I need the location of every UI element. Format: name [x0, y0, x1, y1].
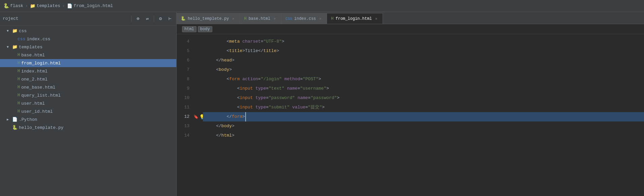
line-num-14: 14 [177, 131, 193, 140]
tab-bar: 🐍 hello_templete.py ✕ H base.html ✕ CSS … [177, 12, 644, 24]
line-num-9: 9 [177, 84, 193, 93]
tab-index-css-label: index.css [294, 16, 316, 21]
gutter-5 [193, 46, 203, 56]
line-num-8: 8 [177, 75, 193, 84]
html-icon-one2: H [17, 77, 20, 82]
tab-hello-templete-py-label: hello_templete.py [188, 16, 229, 21]
user-id-html-label: user_id.html [21, 109, 53, 114]
flask-icon: 🐍 [3, 3, 9, 9]
toolbar-sep-1 [131, 16, 132, 22]
tab-from-login-html[interactable]: H from_login.html ✕ [327, 13, 383, 24]
arrow-templates [7, 45, 11, 49]
tab-base-html-label: base.html [249, 16, 271, 21]
tab-close-hello[interactable]: ✕ [231, 16, 236, 21]
gutter-14 [193, 131, 203, 140]
code-content[interactable]: <meta charset = "UTF-8" > <title > Title… [203, 34, 644, 196]
code-line-10: < input type = "password" name = "passwo… [203, 93, 644, 103]
line-num-13: 13 [177, 121, 193, 131]
from-login-html-label: from_login.html [21, 61, 61, 66]
code-line-7: < body > [203, 65, 644, 75]
code-line-11: < input type = "submit" value = "提交" > [203, 103, 644, 112]
html-tab-icon-base: H [244, 16, 246, 21]
project-label: roject [3, 16, 129, 21]
toolbar-sep-2 [154, 16, 154, 22]
sidebar-item-templates-folder[interactable]: 📁 templates [0, 43, 176, 51]
sidebar: roject ⊕ ⇌ ⚙ ⊢ 📁 css css index.css [0, 12, 177, 196]
editor-area: 🐍 hello_templete.py ✕ H base.html ✕ CSS … [177, 12, 644, 196]
templates-folder-icon: 📁 [30, 3, 35, 9]
sidebar-item-from-login-html[interactable]: H from_login.html [0, 59, 176, 67]
code-editor[interactable]: 4 5 6 7 8 9 10 11 12 13 14 [177, 34, 644, 196]
code-line-8: < form action = "/login" method = "POST"… [203, 75, 644, 84]
tab-close-from-login[interactable]: ✕ [374, 16, 379, 21]
editor-breadcrumb: html body [177, 24, 644, 34]
breadcrumb-templates-label: templates [37, 3, 60, 8]
sidebar-item-index-css[interactable]: css index.css [0, 35, 176, 43]
gutter-12: 🔖 💡 [193, 112, 203, 121]
html-icon-base: H [17, 53, 20, 57]
arrow-python [7, 117, 11, 121]
title-bar: 🐍 flask › 📁 templates › 📄 from_login.htm… [0, 0, 644, 12]
line-num-5: 5 [177, 46, 193, 56]
toolbar-globe-icon[interactable]: ⊕ [134, 15, 142, 22]
breadcrumb-sep-2: › [62, 3, 65, 8]
templates-folder-label: templates [19, 45, 42, 50]
line-num-6: 6 [177, 56, 193, 65]
one2-html-label: one_2.html [21, 77, 47, 82]
user-html-label: user.html [21, 101, 45, 106]
index-css-label: index.css [27, 37, 50, 42]
breadcrumb-tag-html[interactable]: html [182, 26, 196, 32]
toolbar-settings-icon[interactable]: ⚙ [157, 15, 164, 22]
html-icon-user: H [17, 101, 20, 106]
sidebar-item-base-html[interactable]: H base.html [0, 51, 176, 59]
toolbar-collapse-icon[interactable]: ⊢ [166, 15, 174, 22]
tab-hello-templete-py[interactable]: 🐍 hello_templete.py ✕ [177, 13, 240, 24]
sidebar-item-one2-html[interactable]: H one_2.html [0, 75, 176, 83]
gutter-9 [193, 84, 203, 93]
tab-base-html[interactable]: H base.html ✕ [240, 13, 281, 24]
gutter-10 [193, 93, 203, 103]
css-file-icon: css [17, 37, 25, 42]
sidebar-toolbar: roject ⊕ ⇌ ⚙ ⊢ [0, 12, 176, 26]
html-tab-icon-from-login: H [331, 16, 333, 21]
html-icon-index: H [17, 69, 20, 74]
breadcrumb-sep-1: › [25, 3, 28, 8]
one-base-html-label: one_base.html [21, 85, 55, 90]
hello-template-py-label: hello_template.py [19, 125, 64, 130]
line-numbers: 4 5 6 7 8 9 10 11 12 13 14 [177, 34, 193, 196]
gutter-7 [193, 65, 203, 75]
sidebar-item-user-id-html[interactable]: H user_id.html [0, 107, 176, 115]
css-tab-icon: CSS [285, 17, 292, 21]
line-num-4: 4 [177, 37, 193, 46]
line-num-10: 10 [177, 93, 193, 103]
tab-close-base[interactable]: ✕ [272, 16, 277, 21]
arrow-css [7, 29, 11, 33]
sidebar-item-python-folder[interactable]: 📄 .Python [0, 115, 176, 124]
tab-index-css[interactable]: CSS index.css ✕ [281, 13, 327, 24]
sidebar-item-css-folder[interactable]: 📁 css [0, 27, 176, 35]
gutter-11 [193, 103, 203, 112]
index-html-label: index.html [21, 69, 47, 74]
breadcrumb-tag-body[interactable]: body [198, 26, 212, 32]
sidebar-item-index-html[interactable]: H index.html [0, 67, 176, 75]
line-num-11: 11 [177, 103, 193, 112]
html-file-icon: 📄 [67, 3, 72, 9]
html-icon-user-id: H [17, 109, 20, 114]
html-icon-one-base: H [17, 85, 20, 90]
code-line-14: </ html > [203, 131, 644, 140]
sidebar-item-user-html[interactable]: H user.html [0, 99, 176, 107]
python-folder-icon: 📄 [12, 117, 17, 122]
py-icon: 🐍 [12, 125, 17, 130]
sidebar-item-hello-template-py[interactable]: 🐍 hello_template.py [0, 124, 176, 132]
sidebar-item-query-list-html[interactable]: H query_list.html [0, 91, 176, 99]
cursor [245, 112, 249, 121]
toolbar-split-icon[interactable]: ⇌ [144, 15, 151, 22]
code-line-5: <title > Title </ title > [203, 46, 644, 56]
gutter-8 [193, 75, 203, 84]
python-folder-label: .Python [19, 117, 37, 122]
base-html-label: base.html [21, 53, 45, 58]
gutter-13 [193, 121, 203, 131]
tab-close-css[interactable]: ✕ [318, 16, 323, 21]
main-layout: roject ⊕ ⇌ ⚙ ⊢ 📁 css css index.css [0, 12, 644, 196]
sidebar-item-one-base-html[interactable]: H one_base.html [0, 83, 176, 91]
